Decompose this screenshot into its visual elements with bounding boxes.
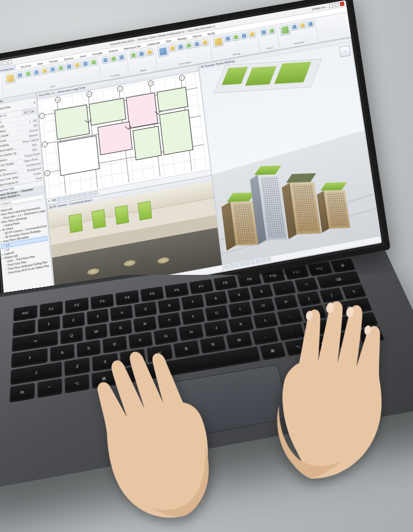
ribbon-button[interactable] xyxy=(260,28,268,37)
property-row[interactable]: Scale Value100 xyxy=(0,123,39,136)
browser-item[interactable]: L2 xyxy=(1,240,48,253)
browser-item[interactable]: Third Floor Reflected Ceiling Plan xyxy=(3,260,49,272)
ribbon-button[interactable] xyxy=(73,61,81,69)
ribbon-tab[interactable]: Structure xyxy=(19,62,33,69)
ribbon-button[interactable] xyxy=(24,69,32,78)
browser-item[interactable]: 3D RT Camera – Commercial Zone 1 xyxy=(0,224,47,237)
ribbon-button[interactable] xyxy=(307,20,315,29)
property-row[interactable]: DisciplineArchitectural xyxy=(0,161,42,174)
browser-item[interactable]: Floor plan – L1 – Dimensions Large Scale xyxy=(0,209,45,221)
3d-canvas[interactable]: ⬚ xyxy=(200,43,380,267)
browser-item[interactable]: Ceiling Plans xyxy=(0,216,46,229)
ribbon-button[interactable] xyxy=(168,44,176,53)
maximize-button[interactable] xyxy=(334,3,339,8)
ribbon-tab[interactable]: Analyze xyxy=(107,47,119,54)
ribbon-tab[interactable]: Modify xyxy=(205,30,217,37)
property-row[interactable]: Default Analysis Di…None xyxy=(0,175,44,189)
property-row[interactable]: System Color Sche…<none> xyxy=(0,171,43,184)
chevron-down-icon[interactable]: ▾ xyxy=(34,101,35,104)
minimize-button[interactable] xyxy=(329,3,333,8)
properties-grid[interactable]: GraphicsView Scale1 : 100Scale Value100D… xyxy=(0,114,44,189)
view-3d[interactable]: 3D Snowdon Towers Buildings xyxy=(199,38,381,271)
browser-item[interactable]: 3D Snowdon Towers Buildings xyxy=(0,228,47,240)
project-browser-header[interactable]: Project Browser — Snowdon Towers Sample … xyxy=(0,185,45,202)
ribbon-button[interactable] xyxy=(118,53,126,61)
view-title[interactable]: Floor Plan: L1 – Dimensions Large Scale xyxy=(37,65,198,100)
ribbon-button[interactable] xyxy=(130,51,138,60)
viewcube[interactable]: ⬚ xyxy=(339,45,351,57)
ribbon-button[interactable] xyxy=(65,62,73,71)
browser-folder[interactable]: Floor Plans (Working) xyxy=(0,212,46,225)
ribbon-button[interactable] xyxy=(40,67,48,75)
ribbon-button[interactable] xyxy=(110,54,118,63)
ribbon-button[interactable] xyxy=(81,59,89,68)
properties-help-link[interactable]: Properties help xyxy=(0,180,44,194)
property-row[interactable]: OrientationProject North xyxy=(0,151,41,165)
ribbon-button[interactable] xyxy=(16,71,24,80)
ribbon-button[interactable] xyxy=(90,58,98,67)
view-control-bar[interactable]: 1 : 100 xyxy=(47,169,211,204)
ribbon-button[interactable] xyxy=(268,26,276,35)
qat[interactable] xyxy=(0,60,12,67)
ribbon-button[interactable] xyxy=(176,42,184,51)
property-row[interactable]: Visibility/Graphics O…Edit… xyxy=(0,141,40,155)
ribbon-button[interactable] xyxy=(279,24,290,36)
browser-item[interactable]: Third Floor Plan xyxy=(3,256,49,268)
ribbon-tab[interactable]: Insert xyxy=(78,53,88,59)
browser-folder[interactable]: Sheets (all) xyxy=(2,248,49,260)
view-title[interactable]: 3D Snowdon Towers Buildings xyxy=(199,38,351,71)
ribbon-button[interactable] xyxy=(193,40,201,48)
browser-item[interactable]: Third Floor RCP & Life Safety Plan xyxy=(3,264,51,276)
browser-folder[interactable]: Legends xyxy=(2,244,48,257)
project-browser-search[interactable] xyxy=(2,194,44,206)
ribbon-button[interactable] xyxy=(57,63,65,72)
ribbon-tab[interactable]: Collaborate xyxy=(145,40,162,47)
ribbon-button[interactable] xyxy=(298,21,307,30)
ribbon-tab[interactable]: Add-Ins xyxy=(191,32,203,39)
close-button[interactable] xyxy=(340,2,345,6)
ribbon-tab[interactable]: Precast xyxy=(47,58,60,64)
ribbon-button[interactable] xyxy=(201,38,209,47)
ribbon-button[interactable] xyxy=(49,65,57,74)
browser-folder[interactable]: Area Plans (Rentable) xyxy=(1,232,47,244)
ribbon-button[interactable] xyxy=(212,36,224,47)
property-row[interactable]: Display ModelNormal xyxy=(0,127,39,141)
browser-item[interactable]: L1 xyxy=(1,236,48,249)
type-selector[interactable]: Floor Plan xyxy=(0,102,32,111)
ribbon-button[interactable] xyxy=(101,56,109,65)
ribbon-button[interactable] xyxy=(146,48,154,56)
ribbon-button[interactable] xyxy=(240,31,248,40)
ribbon-tab[interactable]: Systems xyxy=(62,55,75,62)
property-row[interactable]: Parts VisibilityShow Original xyxy=(0,137,40,151)
ribbon-tab[interactable]: Manage xyxy=(176,35,189,42)
browser-folder[interactable]: Views (all) xyxy=(0,201,45,214)
browser-item[interactable]: A101 – Third Floor Plan xyxy=(2,252,49,265)
properties-panel-header[interactable]: Properties xyxy=(0,93,36,106)
property-row[interactable]: Detail LevelMedium xyxy=(0,132,39,146)
property-row[interactable]: Graphic Display Opt…Edit… xyxy=(0,146,41,160)
ribbon-button[interactable] xyxy=(158,46,169,58)
browser-folder[interactable]: 3D Views xyxy=(0,221,46,233)
property-row[interactable]: View Scale1 : 100 xyxy=(0,118,38,131)
ribbon-tab[interactable]: View xyxy=(164,38,173,44)
property-row[interactable]: Graphics xyxy=(0,114,38,126)
edit-type-button[interactable]: Edit Type xyxy=(22,108,36,115)
ribbon-button[interactable] xyxy=(5,72,16,84)
ribbon-tab[interactable]: Architecture xyxy=(0,65,16,73)
ribbon-button[interactable] xyxy=(32,68,40,76)
view-floor-plan[interactable]: Floor Plan: L1 – Dimensions Large Scale xyxy=(37,65,211,204)
ribbon-button[interactable] xyxy=(232,33,240,41)
ribbon[interactable]: ModifyBuildCirculationModelRoom & AreaOp… xyxy=(0,12,351,101)
ribbon-tab[interactable]: Massing & Site xyxy=(122,43,143,51)
ribbon-button[interactable] xyxy=(224,34,232,43)
browser-folder[interactable]: Floor Plans (Working Documents) xyxy=(0,205,45,217)
ribbon-tab[interactable]: Annotate xyxy=(90,50,104,57)
ribbon-button[interactable] xyxy=(138,49,146,58)
ribbon-tab[interactable]: Steel xyxy=(35,60,45,67)
ribbon-button[interactable] xyxy=(248,30,256,39)
floor-plan-canvas[interactable]: A B C D E 1 2 3 xyxy=(41,74,207,196)
view-scale[interactable]: 1 : 100 xyxy=(48,198,56,204)
view-title[interactable]: 3D RT Camera – Commercial Zone 1 xyxy=(47,176,212,212)
property-row[interactable]: Color Scheme Loc…Background xyxy=(0,166,42,179)
ribbon-button[interactable] xyxy=(290,23,298,31)
